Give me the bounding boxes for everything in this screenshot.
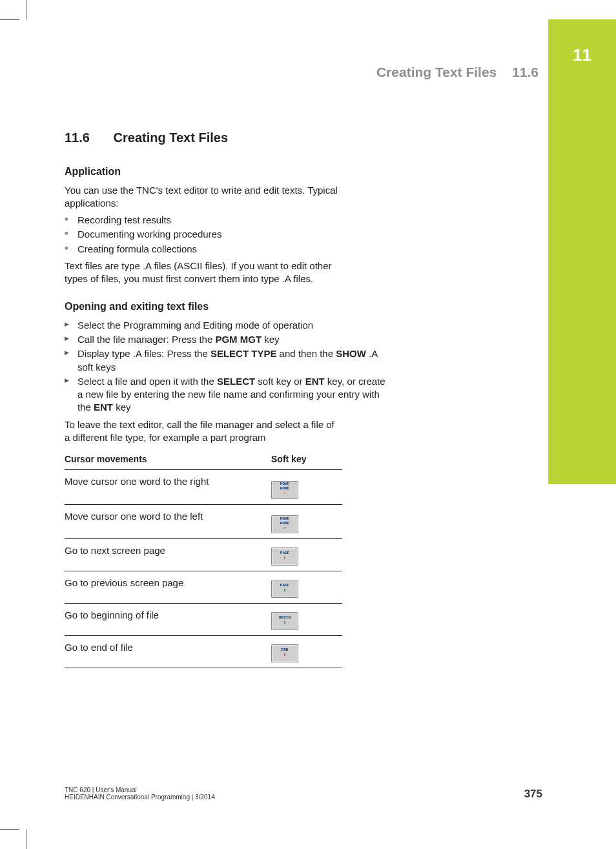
table-header: Cursor movements	[65, 451, 271, 469]
footer-text: TNC 620 | User's Manual HEIDENHAIN Conve…	[65, 786, 215, 801]
softkey-icon: BEGIN⬆	[271, 612, 298, 630]
chapter-number: 11	[548, 45, 616, 65]
table-row: Go to next screen pagePAGE⬇	[65, 539, 342, 571]
softkey-icon: MOVEWORD➡	[271, 481, 298, 499]
page-content: 11.6 Creating Text Files Application You…	[65, 129, 542, 668]
list-item: Documenting working procedures	[65, 228, 387, 241]
softkey-icon: PAGE⬆	[271, 580, 298, 598]
chapter-tab: 11	[548, 19, 616, 484]
softkey-cell: MOVEWORD➡	[271, 470, 342, 505]
arrow-down-icon: ⬇	[283, 653, 286, 659]
list-item: Creating formula collections	[65, 243, 387, 256]
cursor-movement-desc: Go to end of file	[65, 636, 271, 668]
section-number: 11.6	[65, 129, 110, 147]
softkey-icon: PAGE⬇	[271, 547, 298, 566]
cursor-movement-desc: Go to next screen page	[65, 539, 271, 571]
header-section: 11.6	[512, 65, 539, 79]
arrow-up-icon: ⬆	[283, 588, 286, 594]
section-heading: 11.6 Creating Text Files	[65, 129, 542, 147]
arrow-up-icon: ⬆	[283, 620, 286, 626]
cursor-movement-desc: Go to beginning of file	[65, 604, 271, 636]
softkey-cell: END⬇	[271, 636, 342, 668]
list-item: Recording test results	[65, 214, 387, 227]
application-list: Recording test results Documenting worki…	[65, 214, 387, 256]
application-outro: Text files are type .A files (ASCII file…	[65, 260, 342, 286]
cursor-movement-desc: Move cursor one word to the left	[65, 504, 271, 539]
softkey-cell: BEGIN⬆	[271, 604, 342, 636]
page-footer: TNC 620 | User's Manual HEIDENHAIN Conve…	[65, 786, 542, 801]
running-header: Creating Text Files 11.6	[376, 65, 539, 80]
softkey-icon: END⬇	[271, 644, 298, 662]
softkey-cell: PAGE⬇	[271, 539, 342, 571]
cursor-movement-desc: Move cursor one word to the right	[65, 470, 271, 505]
table-row: Move cursor one word to the leftMOVEWORD…	[65, 504, 342, 539]
list-item: Select the Programming and Editing mode …	[65, 319, 387, 332]
arrow-left-icon: ⬅	[283, 526, 286, 532]
page-number: 375	[524, 788, 542, 801]
table-row: Move cursor one word to the rightMOVEWOR…	[65, 470, 342, 505]
softkey-icon: MOVEWORD⬅	[271, 515, 298, 533]
application-intro: You can use the TNC's text editor to wri…	[65, 184, 342, 210]
opening-steps: Select the Programming and Editing mode …	[65, 319, 387, 414]
header-title: Creating Text Files	[376, 65, 497, 79]
opening-heading: Opening and exiting text files	[65, 300, 542, 314]
table-row: Go to end of fileEND⬇	[65, 636, 342, 668]
opening-outro: To leave the text editor, call the file …	[65, 418, 342, 445]
section-title: Creating Text Files	[114, 130, 228, 145]
table-row: Go to beginning of fileBEGIN⬆	[65, 604, 342, 636]
softkey-cell: MOVEWORD⬅	[271, 504, 342, 539]
softkey-table: Cursor movements Soft key Move cursor on…	[65, 451, 342, 668]
list-item: Display type .A files: Press the SELECT …	[65, 347, 387, 374]
list-item: Select a file and open it with the SELEC…	[65, 375, 387, 414]
application-heading: Application	[65, 165, 542, 179]
list-item: Call the file manager: Press the PGM MGT…	[65, 333, 387, 346]
arrow-down-icon: ⬇	[283, 556, 286, 562]
arrow-right-icon: ➡	[283, 491, 286, 497]
softkey-cell: PAGE⬆	[271, 571, 342, 604]
cursor-movement-desc: Go to previous screen page	[65, 571, 271, 604]
table-header: Soft key	[271, 451, 342, 469]
table-row: Go to previous screen pagePAGE⬆	[65, 571, 342, 604]
